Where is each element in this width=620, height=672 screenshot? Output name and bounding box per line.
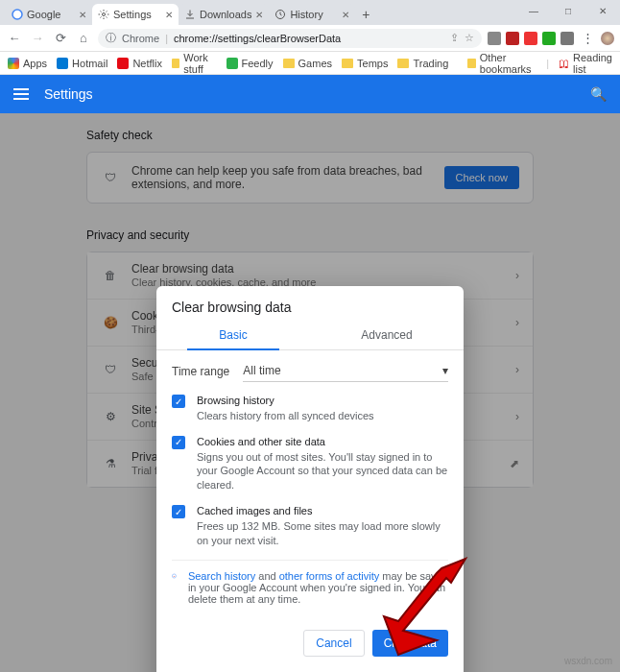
reading-list[interactable]: 🕮Reading list: [559, 52, 612, 75]
bookmark-label: Apps: [23, 58, 47, 69]
apps-shortcut[interactable]: Apps: [8, 58, 47, 69]
hotmail-icon: [57, 58, 68, 69]
clear-data-button[interactable]: Clear data: [372, 630, 448, 657]
home-button[interactable]: ⌂: [75, 30, 92, 47]
folder-icon: [397, 59, 409, 68]
tab-label: Settings: [113, 9, 161, 20]
window-maximize[interactable]: □: [551, 0, 585, 21]
star-icon[interactable]: ☆: [465, 32, 474, 44]
browser-toolbar: ← → ⟳ ⌂ ⓘ Chrome | chrome://settings/cle…: [0, 25, 620, 52]
reading-list-icon: 🕮: [559, 58, 569, 69]
checkbox-title: Browsing history: [197, 395, 274, 406]
share-icon[interactable]: ⇪: [450, 32, 459, 44]
checkbox-icon: ✓: [172, 395, 185, 408]
bookmark-label: Feedly: [242, 58, 274, 69]
bookmark-label: Temps: [357, 58, 388, 69]
google-activity-info: G Search history and other forms of acti…: [172, 560, 448, 611]
tab-settings[interactable]: Settings ✕: [92, 4, 179, 25]
feedly-icon: [227, 58, 238, 69]
bookmark-label: Hotmail: [72, 58, 107, 69]
clock-icon: [274, 9, 286, 20]
checkbox-title: Cookies and other site data: [197, 436, 325, 447]
bookmark-folder-temps[interactable]: Temps: [342, 58, 388, 69]
folder-icon: [342, 59, 353, 68]
checkbox-subtitle: Frees up 132 MB. Some sites may load mor…: [197, 519, 448, 548]
close-icon[interactable]: ✕: [79, 10, 86, 20]
checkbox-cookies[interactable]: ✓ Cookies and other site dataSigns you o…: [172, 435, 448, 492]
avatar[interactable]: [601, 32, 614, 45]
bookmarks-bar: Apps Hotmail Netflix Work stuff Feedly G…: [0, 52, 620, 75]
bookmark-hotmail[interactable]: Hotmail: [57, 58, 107, 69]
tab-google[interactable]: Google ✕: [6, 4, 92, 25]
extension-icon[interactable]: [506, 32, 519, 45]
bookmark-feedly[interactable]: Feedly: [227, 58, 274, 69]
dialog-tabs: Basic Advanced: [156, 321, 464, 350]
dialog-title: Clear browsing data: [156, 286, 464, 321]
tab-downloads[interactable]: Downloads ✕: [179, 4, 269, 25]
google-favicon: [12, 9, 23, 20]
tab-advanced[interactable]: Advanced: [310, 321, 464, 349]
folder-icon: [172, 59, 179, 68]
cancel-button[interactable]: Cancel: [303, 630, 364, 657]
tab-label: Google: [27, 9, 75, 20]
forward-button[interactable]: →: [29, 30, 46, 47]
time-range-select[interactable]: All time ▾: [243, 360, 448, 382]
new-tab-button[interactable]: +: [355, 4, 376, 25]
info-text: and: [255, 570, 278, 582]
menu-icon[interactable]: [13, 88, 29, 100]
svg-point-0: [12, 10, 22, 19]
bookmark-folder-games[interactable]: Games: [283, 58, 332, 69]
address-bar[interactable]: ⓘ Chrome | chrome://settings/clearBrowse…: [98, 29, 482, 48]
other-bookmarks[interactable]: Other bookmarks: [467, 52, 537, 75]
checkbox-browsing-history[interactable]: ✓ Browsing historyClears history from al…: [172, 394, 448, 423]
tab-history[interactable]: History ✕: [269, 4, 355, 25]
settings-header: Settings 🔍: [0, 75, 620, 113]
other-activity-link[interactable]: other forms of activity: [279, 570, 380, 582]
extensions-area: ⋮: [488, 30, 614, 47]
svg-point-1: [103, 13, 106, 16]
watermark: wsxdn.com: [564, 656, 612, 666]
checkbox-subtitle: Clears history from all synced devices: [197, 409, 374, 423]
close-icon[interactable]: ✕: [165, 10, 173, 20]
gear-icon: [98, 9, 109, 20]
chevron-down-icon: ▾: [442, 364, 448, 377]
checkbox-title: Cached images and files: [197, 505, 312, 516]
back-button[interactable]: ←: [6, 30, 23, 47]
bookmark-label: Reading list: [573, 52, 612, 75]
page-title: Settings: [44, 86, 93, 102]
menu-icon[interactable]: ⋮: [579, 30, 596, 47]
tab-label: Downloads: [200, 9, 251, 20]
bookmark-label: Netflix: [132, 58, 162, 69]
extension-icon[interactable]: [524, 32, 537, 45]
url-text: chrome://settings/clearBrowserData: [174, 33, 341, 44]
search-history-link[interactable]: Search history: [188, 570, 255, 582]
window-close[interactable]: ✕: [585, 0, 620, 21]
close-icon[interactable]: ✕: [342, 10, 349, 20]
bookmark-folder-workstuff[interactable]: Work stuff: [172, 52, 217, 75]
bookmark-netflix[interactable]: Netflix: [117, 58, 162, 69]
bookmark-label: Trading: [413, 58, 448, 69]
tab-basic[interactable]: Basic: [156, 321, 310, 349]
close-icon[interactable]: ✕: [255, 10, 263, 20]
url-scheme: Chrome: [122, 33, 159, 44]
folder-icon: [467, 59, 475, 68]
checkbox-icon: ✓: [172, 436, 185, 449]
bookmark-label: Work stuff: [183, 52, 216, 75]
bookmark-folder-trading[interactable]: Trading: [397, 58, 448, 69]
checkbox-subtitle: Signs you out of most sites. You'll stay…: [197, 450, 448, 493]
checkbox-cached[interactable]: ✓ Cached images and filesFrees up 132 MB…: [172, 504, 448, 548]
extension-icon[interactable]: [488, 32, 501, 45]
extensions-menu-icon[interactable]: [560, 32, 574, 45]
window-minimize[interactable]: —: [516, 0, 551, 21]
extension-icon[interactable]: [542, 32, 556, 45]
reload-button[interactable]: ⟳: [52, 30, 69, 47]
time-range-label: Time range: [172, 365, 229, 378]
download-icon: [184, 9, 196, 20]
time-range-value: All time: [243, 364, 280, 377]
clear-browsing-data-dialog: Clear browsing data Basic Advanced Time …: [156, 286, 464, 672]
netflix-icon: [117, 58, 129, 69]
search-icon[interactable]: 🔍: [590, 86, 607, 102]
window-controls: — □ ✕: [516, 0, 620, 21]
site-info-icon[interactable]: ⓘ: [106, 31, 116, 45]
svg-text:G: G: [174, 574, 176, 577]
